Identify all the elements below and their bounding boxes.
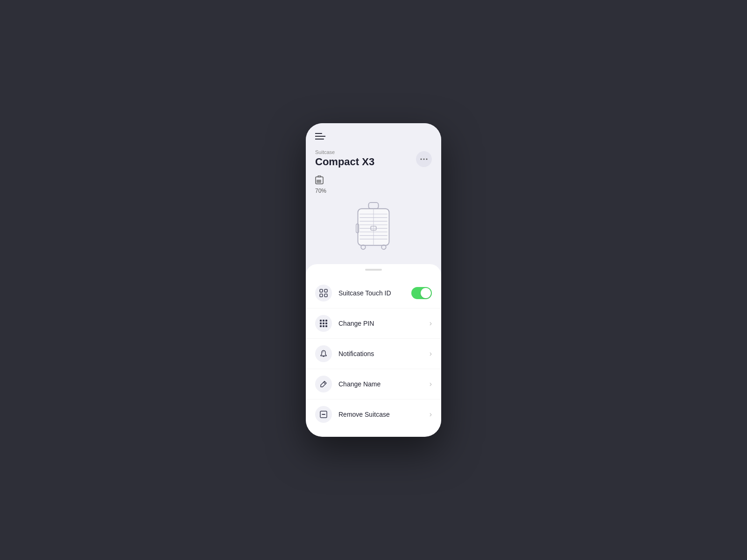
remove-icon — [319, 410, 328, 419]
drag-handle — [365, 269, 382, 271]
pencil-icon-bg — [315, 376, 332, 392]
svg-rect-31 — [320, 322, 322, 324]
suitcase-illustration — [315, 198, 432, 257]
svg-rect-9 — [368, 203, 378, 209]
change-pin-chevron: › — [430, 319, 432, 328]
more-button[interactable] — [416, 151, 432, 167]
svg-rect-8 — [317, 180, 321, 183]
svg-point-3 — [421, 159, 422, 160]
change-name-chevron: › — [430, 380, 432, 388]
svg-point-4 — [423, 159, 425, 160]
header-titles: Suitcase Compact X3 — [315, 149, 374, 168]
pencil-icon — [319, 380, 328, 388]
touch-id-label: Suitcase Touch ID — [338, 289, 411, 297]
menu-item-change-pin[interactable]: Change PIN › — [306, 308, 441, 339]
remove-icon-bg — [315, 406, 332, 423]
change-pin-label: Change PIN — [338, 320, 430, 327]
notifications-label: Notifications — [338, 350, 430, 357]
svg-rect-32 — [323, 322, 324, 324]
svg-rect-7 — [318, 176, 321, 177]
bottom-sheet: Suitcase Touch ID — [306, 264, 441, 437]
svg-line-37 — [324, 382, 325, 384]
svg-rect-35 — [323, 325, 324, 327]
keypad-icon-bg — [315, 315, 332, 332]
svg-point-5 — [426, 159, 428, 160]
remove-suitcase-label: Remove Suitcase — [338, 411, 430, 418]
battery-section: 70% — [315, 175, 432, 194]
menu-item-notifications[interactable]: Notifications › — [306, 339, 441, 369]
svg-rect-28 — [320, 320, 322, 322]
svg-rect-33 — [325, 322, 327, 324]
device-name: Compact X3 — [315, 156, 374, 168]
bell-icon-bg — [315, 345, 332, 362]
header-row: Suitcase Compact X3 — [315, 149, 432, 168]
menu-item-touch-id[interactable]: Suitcase Touch ID — [306, 278, 441, 308]
touch-id-icon-bg — [315, 285, 332, 301]
battery-icon — [315, 175, 324, 187]
svg-rect-24 — [320, 289, 323, 292]
remove-suitcase-chevron: › — [430, 410, 432, 419]
svg-rect-34 — [320, 325, 322, 327]
svg-rect-30 — [325, 320, 327, 322]
top-section: Suitcase Compact X3 70% — [306, 123, 441, 264]
svg-rect-36 — [325, 325, 327, 327]
svg-rect-25 — [324, 289, 327, 292]
phone-container: Suitcase Compact X3 70% — [306, 123, 441, 437]
touch-id-icon — [319, 289, 328, 297]
change-name-label: Change Name — [338, 380, 430, 388]
svg-rect-26 — [320, 294, 323, 297]
category-label: Suitcase — [315, 149, 374, 155]
menu-item-change-name[interactable]: Change Name › — [306, 369, 441, 399]
notifications-chevron: › — [430, 350, 432, 358]
touch-id-toggle[interactable] — [411, 287, 432, 299]
svg-rect-29 — [323, 320, 324, 322]
keypad-icon — [319, 319, 328, 328]
svg-rect-27 — [324, 294, 327, 297]
menu-item-remove-suitcase[interactable]: Remove Suitcase › — [306, 399, 441, 429]
bell-icon — [319, 350, 328, 358]
battery-percentage: 70% — [315, 188, 326, 194]
menu-icon[interactable] — [315, 133, 432, 142]
